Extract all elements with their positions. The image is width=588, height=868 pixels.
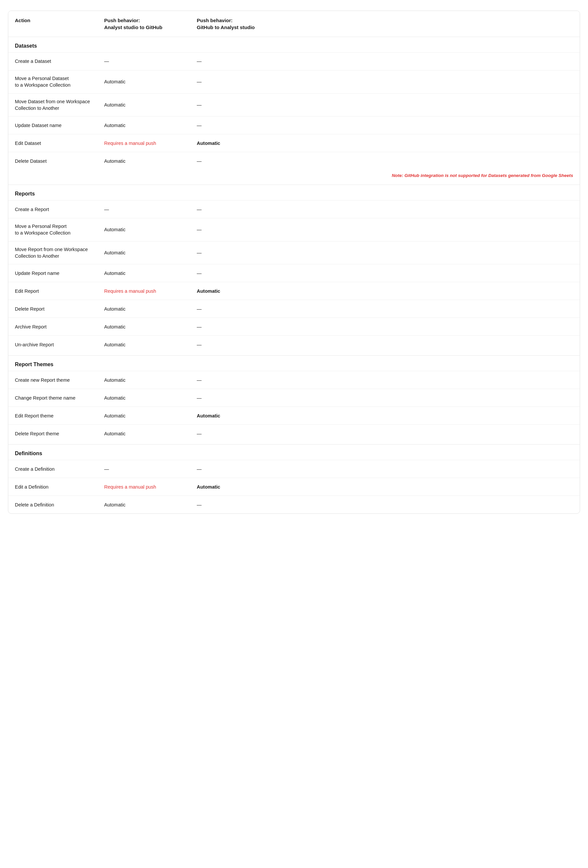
table-row: Change Report theme nameAutomatic— (8, 389, 580, 406)
action-cell: Change Report theme name (15, 390, 104, 406)
push-github-to-analyst-cell: Automatic (197, 283, 573, 299)
push-analyst-to-github-cell: Automatic (104, 265, 197, 281)
push-analyst-to-github-cell: Automatic (104, 390, 197, 406)
push-analyst-to-github-cell: Automatic (104, 117, 197, 133)
push-github-to-analyst-cell: Automatic (197, 135, 573, 151)
table-row: Create a Report—— (8, 200, 580, 218)
push-analyst-to-github-cell: — (104, 53, 197, 69)
action-cell: Delete a Definition (15, 497, 104, 513)
action-cell: Move a Personal Report to a Workspace Co… (15, 218, 104, 241)
push-analyst-to-github-cell: — (104, 461, 197, 477)
action-cell: Edit Report (15, 283, 104, 299)
header-col2: Push behavior: Analyst studio to GitHub (104, 17, 197, 31)
push-analyst-to-github-cell: — (104, 201, 197, 217)
push-analyst-to-github-cell: Automatic (104, 408, 197, 424)
push-github-to-analyst-cell: — (197, 53, 573, 69)
section-note: Note: GitHub integration is not supporte… (8, 170, 580, 183)
table-row: Delete ReportAutomatic— (8, 300, 580, 317)
action-cell: Move Report from one Workspace Collectio… (15, 242, 104, 264)
push-github-to-analyst-cell: — (197, 461, 573, 477)
push-github-to-analyst-cell: — (197, 319, 573, 335)
table-row: Edit ReportRequires a manual pushAutomat… (8, 282, 580, 300)
push-analyst-to-github-cell: Requires a manual push (104, 283, 197, 299)
push-analyst-to-github-cell: Automatic (104, 372, 197, 388)
push-analyst-to-github-cell: Automatic (104, 497, 197, 513)
push-analyst-to-github-cell: Requires a manual push (104, 479, 197, 495)
table-row: Edit Report themeAutomaticAutomatic (8, 406, 580, 424)
action-cell: Archive Report (15, 319, 104, 335)
table-row: Delete a DefinitionAutomatic— (8, 496, 580, 514)
table-row: Un-archive ReportAutomatic— (8, 335, 580, 353)
action-cell: Update Dataset name (15, 117, 104, 133)
table-row: Edit DatasetRequires a manual pushAutoma… (8, 134, 580, 152)
push-github-to-analyst-cell: — (197, 97, 573, 113)
push-github-to-analyst-cell: — (197, 301, 573, 317)
action-cell: Create a Dataset (15, 53, 104, 69)
push-github-to-analyst-cell: — (197, 221, 573, 238)
table-row: Move a Personal Report to a Workspace Co… (8, 218, 580, 241)
table-row: Create a Dataset—— (8, 52, 580, 70)
section-header-definitions: Definitions (8, 444, 580, 460)
table-row: Edit a DefinitionRequires a manual pushA… (8, 478, 580, 496)
action-cell: Create new Report theme (15, 372, 104, 388)
main-table: Action Push behavior: Analyst studio to … (8, 10, 580, 514)
push-analyst-to-github-cell: Automatic (104, 74, 197, 90)
push-github-to-analyst-cell: — (197, 337, 573, 353)
table-row: Move Report from one Workspace Collectio… (8, 241, 580, 264)
push-github-to-analyst-cell: — (197, 201, 573, 217)
push-analyst-to-github-cell: Automatic (104, 97, 197, 113)
push-github-to-analyst-cell: — (197, 117, 573, 133)
push-github-to-analyst-cell: — (197, 265, 573, 281)
table-row: Move Dataset from one Workspace Collecti… (8, 93, 580, 117)
push-analyst-to-github-cell: Automatic (104, 319, 197, 335)
push-github-to-analyst-cell: Automatic (197, 408, 573, 424)
push-analyst-to-github-cell: Automatic (104, 153, 197, 169)
section-header-reports: Reports (8, 185, 580, 200)
table-row: Create new Report themeAutomatic— (8, 371, 580, 389)
push-analyst-to-github-cell: Automatic (104, 337, 197, 353)
action-cell: Edit Dataset (15, 135, 104, 151)
action-cell: Delete Dataset (15, 153, 104, 169)
push-github-to-analyst-cell: Automatic (197, 479, 573, 495)
action-cell: Delete Report (15, 301, 104, 317)
table-row: Move a Personal Dataset to a Workspace C… (8, 70, 580, 93)
header-action: Action (15, 17, 104, 31)
section-header-report-themes: Report Themes (8, 355, 580, 371)
push-github-to-analyst-cell: — (197, 153, 573, 169)
push-github-to-analyst-cell: — (197, 497, 573, 513)
action-cell: Move a Personal Dataset to a Workspace C… (15, 71, 104, 93)
action-cell: Update Report name (15, 265, 104, 281)
push-github-to-analyst-cell: — (197, 245, 573, 261)
section-header-datasets: Datasets (8, 37, 580, 52)
action-cell: Delete Report theme (15, 426, 104, 441)
push-github-to-analyst-cell: — (197, 390, 573, 406)
table-row: Delete Report themeAutomatic— (8, 424, 580, 442)
action-cell: Create a Definition (15, 461, 104, 477)
sections-container: DatasetsCreate a Dataset——Move a Persona… (8, 37, 580, 514)
push-analyst-to-github-cell: Automatic (104, 426, 197, 441)
table-header: Action Push behavior: Analyst studio to … (8, 11, 580, 37)
push-github-to-analyst-cell: — (197, 372, 573, 388)
push-analyst-to-github-cell: Automatic (104, 301, 197, 317)
push-github-to-analyst-cell: — (197, 74, 573, 90)
table-row: Archive ReportAutomatic— (8, 317, 580, 335)
table-row: Create a Definition—— (8, 460, 580, 478)
push-analyst-to-github-cell: Automatic (104, 245, 197, 261)
table-row: Update Report nameAutomatic— (8, 264, 580, 282)
table-row: Delete DatasetAutomatic— (8, 152, 580, 170)
action-cell: Create a Report (15, 201, 104, 217)
table-row: Update Dataset nameAutomatic— (8, 116, 580, 134)
action-cell: Edit Report theme (15, 408, 104, 424)
push-analyst-to-github-cell: Requires a manual push (104, 135, 197, 151)
action-cell: Move Dataset from one Workspace Collecti… (15, 94, 104, 117)
push-github-to-analyst-cell: — (197, 426, 573, 441)
action-cell: Edit a Definition (15, 479, 104, 495)
push-analyst-to-github-cell: Automatic (104, 221, 197, 238)
action-cell: Un-archive Report (15, 337, 104, 353)
header-col3: Push behavior: GitHub to Analyst studio (197, 17, 573, 31)
